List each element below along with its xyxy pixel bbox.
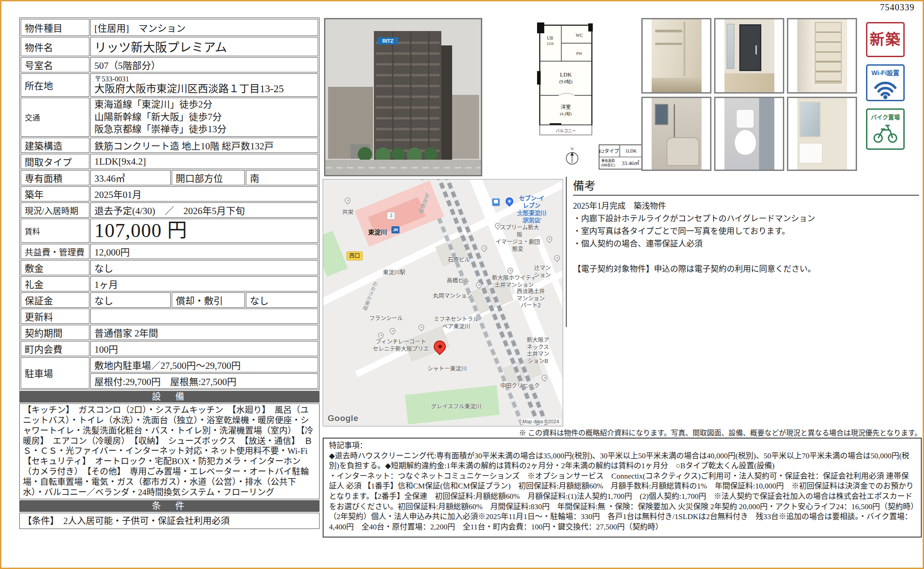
row-label: 更新料 xyxy=(21,309,89,324)
map-label: スプリーム新大阪 xyxy=(498,224,541,238)
row-property-name: 物件名リッツ新大阪プレミアム xyxy=(21,37,318,56)
row-label: 所在地 xyxy=(21,73,89,97)
map-label: 西淡路土井 マンションパート2 xyxy=(515,288,547,309)
map-label: フランシール xyxy=(369,315,403,323)
row-value: 507（5階部分） xyxy=(90,57,318,72)
photo-bathroom-image xyxy=(652,98,702,170)
map-attribution: Map data ©2024 xyxy=(521,419,561,424)
map-pin xyxy=(553,254,561,262)
row-label: 交通 xyxy=(21,98,89,137)
map-label: 東淀川駅 xyxy=(383,269,405,277)
label-unit-bath-size: 1216 xyxy=(546,42,554,46)
row-label: 間取タイプ xyxy=(21,154,89,169)
map-label: 新大阪ホワイティ 土井マンション xyxy=(492,275,536,289)
row-value: 12,000円 xyxy=(90,244,318,259)
photo-closet-image xyxy=(652,19,702,92)
row-value: 2025年01月 xyxy=(90,186,318,202)
wifi-icon xyxy=(873,77,898,99)
row-value: なし xyxy=(90,292,171,308)
jr-logo: JR xyxy=(391,226,400,233)
row-contract-term: 契約期間普通借家 2年間 xyxy=(21,325,318,340)
row-renewal-fee: 更新料 xyxy=(21,309,318,324)
photo-entrance-hall xyxy=(714,18,784,94)
row-label: 専有面積 xyxy=(21,170,89,185)
building-sign-text: RITZ xyxy=(382,38,394,44)
map-label: 共栄 xyxy=(342,209,353,216)
row-value: [住居用] マンション xyxy=(90,19,318,36)
row-label: 現況/入居時期 xyxy=(21,202,89,218)
remarks-line: 2025年1月完成 築浅物件 xyxy=(573,200,919,213)
row-label: 共益費・管理費 xyxy=(21,244,89,259)
row-value: 100円 xyxy=(90,341,318,356)
motorcycle-icon xyxy=(871,121,900,144)
row-rent: 賃料107,000 円 xyxy=(21,219,318,243)
photo-bathroom xyxy=(641,97,711,171)
row-value: リッツ新大阪プレミアム xyxy=(90,37,318,56)
equipment-text: 【キッチン】 ガスコンロ（2口）・システムキッチン 【水廻り】 風呂（ユニットバ… xyxy=(19,403,320,499)
new-construction-badge: 新築 xyxy=(866,22,905,57)
map-label: 石原ビル xyxy=(448,257,470,264)
map-pin xyxy=(377,331,385,339)
label-unit-layout: 1LDK xyxy=(625,148,637,153)
row-layout-type: 間取タイプ1LDK[9x4.2] xyxy=(21,154,318,169)
property-spec-table: 物件種目[住居用] マンション 物件名リッツ新大阪プレミアム 号室名507（5階… xyxy=(19,18,320,390)
map-label: 中田クリニック xyxy=(500,383,540,390)
label-unit-bath: UB xyxy=(547,36,553,40)
row-label: 町内会費 xyxy=(21,341,89,356)
floor-plan-panel: UB 1216 WC PW LDK (9.0帖) 洋室 (4.2帖) バルコニー… xyxy=(487,18,645,176)
remarks-line: ・内廊下設計ホテルライクがコンセプトのハイグレードマンション xyxy=(573,213,919,225)
row-parking: 駐車場敷地内駐車場／27,500円〜29,700円 xyxy=(21,357,318,372)
photo-closet xyxy=(641,18,711,94)
street-address: 大阪府大阪市東淀川区西淡路１丁目13-25 xyxy=(94,83,314,95)
row-label: 号室名 xyxy=(21,57,89,72)
label-area-caption: 専有面積 xyxy=(601,158,615,163)
map-pin xyxy=(343,196,351,204)
row-value: 東海道線「東淀川」徒歩2分 山陽新幹線「新大阪」徒歩7分 阪急京都線「崇禅寺」徒… xyxy=(90,98,318,137)
photo-washstand xyxy=(787,97,857,171)
row-label: 契約期間 xyxy=(21,325,89,340)
row-value: 普通借家 2年間 xyxy=(90,325,318,340)
remarks-line-econtract: 【電子契約対象物件】申込の際は電子契約の利用に同意ください。 xyxy=(573,263,919,276)
map-label: イマージュ・劇団態変 xyxy=(495,239,540,253)
disclaimer-note: ※ この資料は物件の概略紹介資料になります。写真、間取図面、設備、概要などが現況… xyxy=(323,427,922,438)
remarks-line: ・室内写真は各タイプごとで同一写真を使用しております。 xyxy=(573,225,919,238)
route-number-shield: 3 xyxy=(387,212,395,220)
map-label: ミフネセントラル ベア東淀川 xyxy=(434,316,479,330)
building-illustration: RITZ xyxy=(325,19,481,175)
motorcycle-badge-label: バイク置場 xyxy=(867,112,903,121)
row-value: なし xyxy=(90,260,318,275)
map-label: 辻マンション xyxy=(533,265,553,279)
map-label: 丸岡マンション xyxy=(433,293,472,300)
station-name-label: 東淀川 xyxy=(368,227,387,236)
row-neighborhood-fee: 町内会費100円 xyxy=(21,341,318,356)
map-label: 高橋ビル xyxy=(447,278,469,285)
row-label-2: 開口部方位 xyxy=(172,170,245,185)
row-label: 賃料 xyxy=(21,219,89,243)
row-value: 退去予定(4/30) ／ 2026年5月下旬 xyxy=(90,202,318,218)
row-value: 1ヶ月 xyxy=(90,276,318,291)
remarks-divider xyxy=(573,195,919,196)
row-value-2: 南 xyxy=(246,170,318,185)
postal-code: 〒533-0031 xyxy=(94,75,314,83)
map-canvas: 東淀川 JR 西口 3 JR京都線 おおさか東線 Google Map data… xyxy=(323,179,563,426)
map-pin xyxy=(480,244,488,252)
map-label: グレイスフル東淀川 xyxy=(431,403,481,411)
motorcycle-parking-badge: バイク置場 xyxy=(866,108,905,150)
row-label: 礼金 xyxy=(21,276,89,291)
photo-washstand-image xyxy=(797,98,847,170)
label-bedroom-size: (4.2帖) xyxy=(560,111,572,116)
property-spec-column: 物件種目[住居用] マンション 物件名リッツ新大阪プレミアム 号室名507（5階… xyxy=(19,18,320,529)
row-label: 物件種目 xyxy=(21,19,89,36)
row-common-fee: 共益費・管理費12,000円 xyxy=(21,244,318,259)
label-ldk-size: (9.0帖) xyxy=(559,79,572,85)
transit-station-icon xyxy=(492,198,500,206)
photo-entrance-image xyxy=(724,19,774,92)
row-built-year: 築年2025年01月 xyxy=(21,186,318,202)
parking-price-range: 敷地内駐車場／27,500円〜29,700円 xyxy=(90,357,318,372)
map-pin xyxy=(545,235,553,243)
remarks-header: 備考 xyxy=(573,177,919,193)
row-room-number: 号室名507（5階部分） xyxy=(21,57,318,72)
row-deposit: 敷金なし xyxy=(21,260,318,275)
row-property-type: 物件種目[住居用] マンション xyxy=(21,19,318,36)
row-value: 1LDK[9x4.2] xyxy=(90,154,318,169)
